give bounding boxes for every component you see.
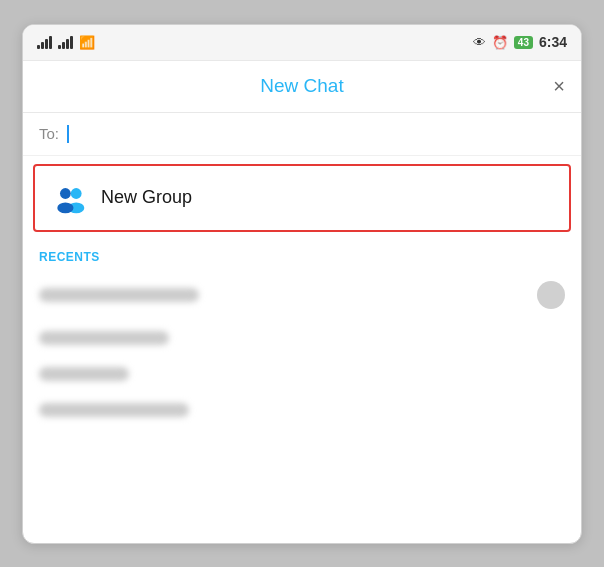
signal-icon xyxy=(37,35,52,49)
wifi-icon: 📶 xyxy=(79,35,95,50)
group-icon xyxy=(51,180,87,216)
status-time: 6:34 xyxy=(539,34,567,50)
status-right: 👁 ⏰ 43 6:34 xyxy=(473,34,567,50)
recent-avatar xyxy=(537,281,565,309)
svg-point-0 xyxy=(71,188,82,199)
signal-icon-2 xyxy=(58,35,73,49)
clock-icon: ⏰ xyxy=(492,35,508,50)
svg-point-3 xyxy=(57,202,73,213)
list-item[interactable] xyxy=(23,356,581,392)
to-label: To: xyxy=(39,125,59,142)
list-item[interactable] xyxy=(23,270,581,320)
to-field[interactable]: To: xyxy=(23,113,581,156)
close-button[interactable]: × xyxy=(553,76,565,96)
recent-name-blurred xyxy=(39,288,199,302)
chat-header: New Chat × xyxy=(23,61,581,113)
status-bar: 📶 👁 ⏰ 43 6:34 xyxy=(23,25,581,61)
recent-name-blurred xyxy=(39,367,129,381)
text-cursor xyxy=(67,125,69,143)
list-item[interactable] xyxy=(23,320,581,356)
recent-name-blurred xyxy=(39,403,189,417)
recents-header: RECENTS xyxy=(23,240,581,270)
battery-level: 43 xyxy=(514,36,533,49)
new-group-item[interactable]: New Group xyxy=(33,164,571,232)
svg-point-2 xyxy=(60,188,71,199)
list-item[interactable] xyxy=(23,392,581,428)
new-group-label: New Group xyxy=(101,187,192,208)
page-title: New Chat xyxy=(260,75,343,97)
eye-icon: 👁 xyxy=(473,35,486,50)
recents-section: RECENTS xyxy=(23,240,581,543)
phone-frame: 📶 👁 ⏰ 43 6:34 New Chat × To: New Group R… xyxy=(22,24,582,544)
status-left: 📶 xyxy=(37,35,95,50)
recent-name-blurred xyxy=(39,331,169,345)
